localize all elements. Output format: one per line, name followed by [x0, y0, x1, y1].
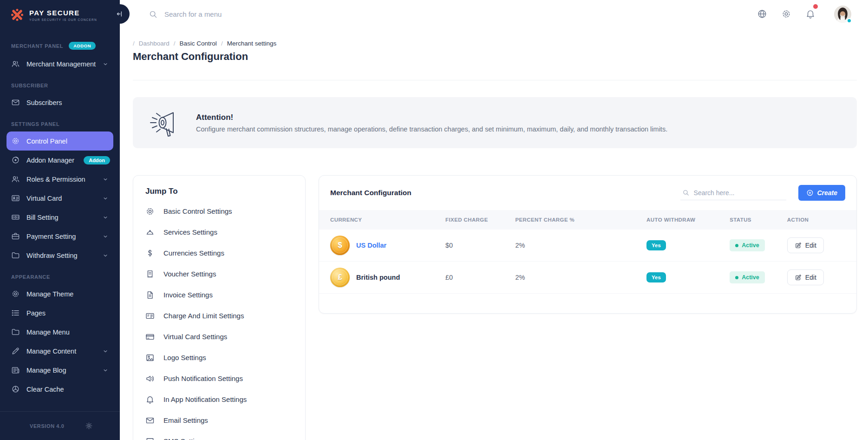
sidebar-item-label: Roles & Permission: [26, 176, 85, 183]
sidebar-section: Merchant Panel ADDON Merchant Management: [0, 33, 120, 73]
sidebar-item-label: Merchant Management: [26, 60, 96, 68]
jump-to-item[interactable]: Invoice Settings: [145, 284, 293, 305]
table-card-header: Merchant Configuration Create: [319, 176, 856, 210]
notification-dot: [813, 4, 818, 9]
jump-to-item[interactable]: Email Settings: [145, 410, 293, 431]
jump-to-item[interactable]: Charge And Limit Settings: [145, 305, 293, 326]
sidebar-nav: Merchant Panel ADDON Merchant Management: [0, 30, 120, 411]
sidebar-item[interactable]: Manage Blog: [0, 361, 120, 380]
column-header: STATUS: [718, 210, 776, 230]
disc-icon: [11, 156, 20, 164]
jump-to-item[interactable]: Currencies Settings: [145, 243, 293, 263]
breadcrumb: / Dashboard / Basic Control / Merchant s…: [133, 40, 857, 47]
jump-to-item[interactable]: Basic Control Settings: [145, 201, 293, 222]
attention-banner: Attention! Configure merchant commission…: [133, 97, 857, 148]
sidebar-item[interactable]: Subscribers: [0, 93, 120, 112]
online-status-dot: [847, 18, 852, 23]
gear-icon: [145, 207, 155, 216]
jump-to-item[interactable]: Voucher Settings: [145, 263, 293, 284]
currency-link[interactable]: British pound: [356, 274, 400, 281]
sidebar-item[interactable]: Manage Theme: [0, 284, 120, 303]
section-addon-badge: ADDON: [69, 42, 96, 50]
jump-to-item-label: SMS Settings: [163, 437, 206, 440]
file-icon: [145, 290, 155, 300]
sidebar-item[interactable]: Virtual Card: [0, 189, 120, 208]
users-icon: [11, 175, 20, 184]
chevron-down-icon: [102, 252, 109, 259]
table-search-input[interactable]: [694, 189, 785, 197]
bell-icon[interactable]: [805, 9, 816, 19]
receipt-icon: [145, 269, 155, 279]
chevron-down-icon: [102, 214, 109, 221]
edit-pencil-icon: [795, 274, 802, 281]
chevron-down-icon: [102, 233, 109, 240]
cache-icon: [11, 385, 20, 394]
jump-to-item-label: Services Settings: [163, 228, 217, 236]
status-dot: [735, 244, 738, 247]
image-icon: [145, 353, 155, 362]
sidebar-item-label: Clear Cache: [26, 386, 64, 393]
jump-to-item-label: Logo Settings: [163, 354, 206, 361]
sidebar-item[interactable]: Withdraw Setting: [0, 246, 120, 265]
search-icon: [149, 10, 157, 19]
sidebar-item-label: Subscribers: [26, 99, 62, 106]
edit-button[interactable]: Edit: [787, 269, 824, 285]
gear-icon[interactable]: [781, 9, 791, 19]
globe-icon[interactable]: [757, 9, 767, 19]
page-title: Merchant Configuration: [133, 51, 857, 63]
section-label: Subscriber: [11, 83, 48, 88]
banknote-icon: [11, 213, 20, 222]
auto-withdraw-badge: Yes: [646, 272, 666, 282]
menu-search-input[interactable]: [164, 10, 364, 18]
merchant-config-table: CURRENCYFIXED CHARGEPERCENT CHARGE %AUTO…: [319, 210, 856, 294]
sidebar-item[interactable]: Clear Cache: [0, 380, 120, 399]
sidebar-item[interactable]: Addon Manager Addon: [0, 151, 120, 170]
brand: Pay Secure Your security is our concern: [0, 0, 120, 30]
idcard-icon: [11, 194, 20, 203]
sidebar-item-label: Manage Content: [26, 348, 76, 355]
jump-to-item[interactable]: Virtual Card Settings: [145, 326, 293, 347]
mega-icon: [145, 374, 155, 383]
currency-link[interactable]: US Dollar: [356, 242, 386, 249]
sidebar-item[interactable]: Payment Setting: [0, 227, 120, 246]
avatar[interactable]: [834, 6, 851, 23]
edit-button[interactable]: Edit: [787, 237, 824, 253]
breadcrumb-link[interactable]: Basic Control: [180, 40, 217, 47]
create-button[interactable]: Create: [798, 185, 845, 201]
jump-to-item-label: Charge And Limit Settings: [163, 312, 244, 320]
jump-to-item[interactable]: Push Notification Settings: [145, 368, 293, 389]
dollar-icon: [145, 249, 155, 258]
breadcrumb-separator: /: [133, 40, 135, 47]
jump-to-item[interactable]: Services Settings: [145, 222, 293, 243]
status-badge: Active: [730, 271, 765, 283]
currency-coin-icon: $: [330, 236, 350, 255]
sidebar-item[interactable]: Manage Content: [0, 341, 120, 361]
sidebar-item[interactable]: Control Panel: [7, 131, 113, 151]
sidebar-collapse-button[interactable]: [110, 4, 130, 24]
sidebar-item[interactable]: Manage Menu: [0, 322, 120, 341]
breadcrumb-link[interactable]: Merchant settings: [227, 40, 277, 47]
breadcrumb-link[interactable]: Dashboard: [139, 40, 170, 47]
jump-to-item-label: Voucher Settings: [163, 270, 216, 278]
bell-icon: [145, 395, 155, 404]
cardcash-icon: [145, 311, 155, 321]
jump-to-item-label: Virtual Card Settings: [163, 333, 227, 341]
column-header: AUTO WITHDRAW: [635, 210, 718, 230]
chevron-down-icon: [102, 176, 109, 183]
menu-search: [149, 10, 757, 19]
jump-to-item[interactable]: SMS Settings: [145, 431, 293, 440]
jump-to-item-label: Email Settings: [163, 416, 208, 424]
sidebar-section: Subscriber Subscribers: [0, 73, 120, 112]
theme-toggle-sun-icon[interactable]: [85, 422, 93, 430]
sidebar: Pay Secure Your security is our concern …: [0, 0, 120, 440]
sidebar-item[interactable]: Roles & Permission: [0, 170, 120, 189]
jump-to-item[interactable]: In App Notification Settings: [145, 389, 293, 410]
brand-name: Pay Secure: [29, 9, 97, 17]
sidebar-item[interactable]: Pages: [0, 303, 120, 322]
sidebar-item[interactable]: Merchant Management: [0, 54, 120, 73]
mail-icon: [11, 98, 20, 107]
jump-to-item[interactable]: Logo Settings: [145, 347, 293, 368]
addon-badge: Addon: [84, 156, 110, 164]
sidebar-item[interactable]: Bill Setting: [0, 208, 120, 227]
table-row: £ British pound £0 2% Yes: [319, 262, 856, 294]
